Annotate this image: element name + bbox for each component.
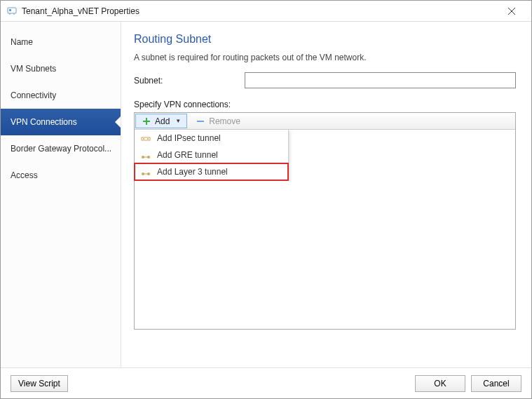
add-button-label: Add xyxy=(155,116,170,126)
sidebar-item-label: Access xyxy=(11,170,38,180)
dropdown-item-label: Add Layer 3 tunnel xyxy=(157,167,228,177)
chevron-down-icon: ▼ xyxy=(175,118,181,124)
svg-rect-8 xyxy=(197,121,204,122)
specify-label: Specify VPN connections: xyxy=(134,100,516,109)
window-title: Tenant_Alpha_vNET Properties xyxy=(22,6,498,16)
ok-button[interactable]: OK xyxy=(415,375,465,392)
remove-button-label: Remove xyxy=(209,116,240,126)
svg-point-10 xyxy=(143,138,144,140)
vpn-connections-list: Add ▼ Remove xyxy=(134,112,516,330)
app-icon xyxy=(6,6,18,17)
sidebar-item-label: Connectivity xyxy=(11,90,56,100)
dropdown-item-label: Add GRE tunnel xyxy=(157,150,218,160)
add-ipsec-tunnel[interactable]: Add IPsec tunnel xyxy=(135,130,288,147)
l3-tunnel-icon xyxy=(140,166,151,177)
dropdown-item-label: Add IPsec tunnel xyxy=(157,133,221,143)
page-description: A subnet is required for routing packets… xyxy=(134,53,516,62)
list-body xyxy=(135,181,515,329)
add-layer3-tunnel[interactable]: Add Layer 3 tunnel xyxy=(135,163,288,180)
cancel-button[interactable]: Cancel xyxy=(471,375,521,392)
sidebar-item-bgp[interactable]: Border Gateway Protocol... xyxy=(1,135,121,162)
dialog-window: Tenant_Alpha_vNET Properties Name VM Sub… xyxy=(0,0,532,399)
sidebar-item-label: VPN Connections xyxy=(11,117,77,127)
sidebar-item-label: Border Gateway Protocol... xyxy=(11,144,111,154)
cancel-label: Cancel xyxy=(483,379,509,388)
add-gre-tunnel[interactable]: Add GRE tunnel xyxy=(135,147,288,163)
ipsec-tunnel-icon xyxy=(140,133,151,144)
sidebar-item-connectivity[interactable]: Connectivity xyxy=(1,82,121,109)
sidebar-item-access[interactable]: Access xyxy=(1,162,121,189)
view-script-button[interactable]: View Script xyxy=(11,375,68,392)
remove-button[interactable]: Remove xyxy=(190,113,246,129)
sidebar-item-label: Name xyxy=(11,37,33,47)
dialog-footer: View Script OK Cancel xyxy=(1,367,531,398)
svg-rect-1 xyxy=(9,9,11,11)
gre-tunnel-icon xyxy=(140,149,151,161)
subnet-label: Subnet: xyxy=(134,76,245,86)
svg-rect-7 xyxy=(143,121,150,122)
page-heading: Routing Subnet xyxy=(134,33,516,46)
ok-label: OK xyxy=(434,379,446,388)
body: Name VM Subnets Connectivity VPN Connect… xyxy=(1,22,531,367)
minus-icon xyxy=(196,116,205,126)
subnet-row: Subnet: xyxy=(134,72,516,88)
close-button[interactable] xyxy=(498,1,526,21)
close-icon xyxy=(508,8,515,15)
subnet-input[interactable] xyxy=(245,72,516,88)
svg-rect-0 xyxy=(8,8,16,13)
sidebar: Name VM Subnets Connectivity VPN Connect… xyxy=(1,22,121,367)
view-script-label: View Script xyxy=(18,379,60,388)
main-panel: Routing Subnet A subnet is required for … xyxy=(121,22,531,367)
add-button[interactable]: Add ▼ xyxy=(135,114,187,128)
titlebar: Tenant_Alpha_vNET Properties xyxy=(1,1,531,22)
plus-icon xyxy=(142,116,151,126)
svg-rect-9 xyxy=(142,137,150,140)
sidebar-item-name[interactable]: Name xyxy=(1,29,121,55)
sidebar-item-vm-subnets[interactable]: VM Subnets xyxy=(1,55,121,82)
sidebar-item-label: VM Subnets xyxy=(11,64,56,74)
sidebar-item-vpn-connections[interactable]: VPN Connections xyxy=(1,109,121,135)
svg-point-11 xyxy=(147,138,149,140)
add-dropdown: Add IPsec tunnel Add GRE tunnel xyxy=(135,130,289,181)
list-toolbar: Add ▼ Remove xyxy=(135,113,515,130)
